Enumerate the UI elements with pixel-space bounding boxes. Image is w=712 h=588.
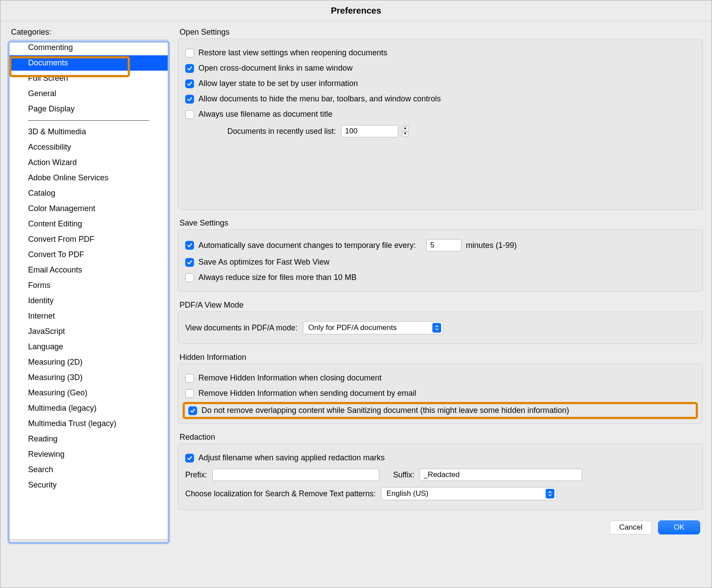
pdfa-title: PDF/A View Mode [178,301,703,310]
open-settings-title: Open Settings [178,28,703,37]
category-item[interactable]: Multimedia (legacy) [10,401,168,416]
localization-row: Choose localization for Search & Remove … [185,484,695,503]
cross-doc-links-row[interactable]: Open cross-document links in same window [185,61,695,76]
category-item[interactable]: Commenting [10,40,168,55]
remove-close-checkbox[interactable] [185,374,194,383]
stepper-up-icon[interactable]: ▲ [402,126,409,131]
category-item[interactable]: Content Editing [10,216,168,232]
hidden-info-section: Remove Hidden Information when closing d… [178,364,703,424]
hide-menu-label: Allow documents to hide the menu bar, to… [198,94,441,104]
autosave-label-pre: Automatically save document changes to t… [198,241,416,250]
category-item[interactable]: JavaScript [10,324,168,339]
category-item[interactable]: Identity [10,293,168,308]
prefix-suffix-row: Prefix: Suffix: [185,466,695,484]
category-item[interactable]: Internet [10,308,168,324]
no-remove-overlap-row[interactable]: Do not remove overlapping content while … [183,402,698,419]
category-item[interactable]: General [10,86,168,101]
category-item[interactable]: Convert To PDF [10,247,168,262]
category-item[interactable]: Reviewing [10,447,168,462]
autosave-label-post: minutes (1-99) [466,241,517,250]
category-item[interactable]: Forms [10,278,168,293]
categories-list[interactable]: CommentingDocumentsFull ScreenGeneralPag… [9,39,168,540]
category-item[interactable]: Accessibility [10,140,168,155]
category-item[interactable]: Adobe Online Services [10,170,168,186]
adjust-filename-checkbox[interactable] [185,454,194,463]
categories-label: Categories: [9,28,168,37]
reduce-size-label: Always reduce size for files more than 1… [198,273,356,282]
fast-web-checkbox[interactable] [185,258,194,267]
sidebar: Categories: CommentingDocumentsFull Scre… [9,28,168,540]
category-item[interactable]: Email Accounts [10,262,168,278]
prefix-input[interactable] [212,469,379,481]
remove-close-row[interactable]: Remove Hidden Information when closing d… [185,370,695,386]
hide-menu-checkbox[interactable] [185,95,194,104]
cross-doc-links-label: Open cross-document links in same window [198,64,352,73]
category-item[interactable]: Documents [10,55,168,71]
restore-last-view-checkbox[interactable] [185,49,194,57]
autosave-row[interactable]: Automatically save document changes to t… [185,236,695,255]
pdfa-mode-select[interactable]: Only for PDF/A documents [303,321,443,334]
localization-value: English (US) [387,489,428,498]
use-filename-checkbox[interactable] [185,110,194,119]
no-remove-overlap-checkbox[interactable] [188,406,197,415]
fast-web-row[interactable]: Save As optimizes for Fast Web View [185,255,695,270]
category-item[interactable]: Full Screen [10,71,168,86]
category-item[interactable]: Reading [10,431,168,447]
category-item[interactable]: Color Management [10,201,168,216]
no-remove-overlap-label: Do not remove overlapping content while … [201,406,569,415]
adjust-filename-label: Adjust filename when saving applied reda… [198,453,385,463]
category-item[interactable]: Measuring (3D) [10,370,168,385]
autosave-minutes-input[interactable] [426,239,461,251]
redaction-title: Redaction [178,433,703,442]
suffix-input[interactable] [420,469,582,481]
reduce-size-row[interactable]: Always reduce size for files more than 1… [185,270,695,285]
dialog-buttons: Cancel OK [178,520,700,534]
layer-state-row[interactable]: Allow layer state to be set by user info… [185,76,695,91]
restore-last-view-row[interactable]: Restore last view settings when reopenin… [185,45,695,61]
adjust-filename-row[interactable]: Adjust filename when saving applied reda… [185,450,695,466]
pdfa-mode-label: View documents in PDF/A mode: [185,323,298,333]
cancel-button[interactable]: Cancel [610,520,652,534]
remove-email-row[interactable]: Remove Hidden Information when sending d… [185,386,695,401]
hidden-info-title: Hidden Information [178,353,703,362]
pdfa-mode-row: View documents in PDF/A mode: Only for P… [185,318,695,337]
save-settings-section: Automatically save document changes to t… [178,229,703,292]
stepper-down-icon[interactable]: ▼ [402,132,409,137]
pdfa-mode-value: Only for PDF/A documents [309,323,397,332]
remove-email-label: Remove Hidden Information when sending d… [198,389,416,398]
recent-docs-label: Documents in recently used list: [227,127,336,136]
category-item[interactable]: Convert From PDF [10,232,168,247]
localization-select[interactable]: English (US) [381,487,557,500]
category-item[interactable]: Catalog [10,186,168,201]
category-item[interactable]: 3D & Multimedia [10,124,168,140]
fast-web-label: Save As optimizes for Fast Web View [198,258,329,267]
category-item[interactable]: Measuring (Geo) [10,385,168,401]
ok-button[interactable]: OK [658,520,700,534]
recent-docs-row: Documents in recently used list: ▲ ▼ [185,122,695,140]
save-settings-title: Save Settings [178,219,703,228]
redaction-section: Adjust filename when saving applied reda… [178,444,703,510]
reduce-size-checkbox[interactable] [185,273,194,282]
select-arrows-icon [546,489,554,498]
recent-docs-stepper[interactable]: ▲ ▼ [402,125,409,137]
localization-label: Choose localization for Search & Remove … [185,489,376,498]
preferences-window: Preferences Categories: CommentingDocume… [0,0,712,588]
category-item[interactable]: Security [10,477,168,493]
layer-state-checkbox[interactable] [185,79,194,88]
prefix-label: Prefix: [185,470,207,480]
category-item[interactable]: Measuring (2D) [10,355,168,370]
category-item[interactable]: Page Display [10,101,168,117]
use-filename-row[interactable]: Always use filename as document title [185,107,695,122]
remove-email-checkbox[interactable] [185,389,194,398]
autosave-checkbox[interactable] [185,241,194,250]
use-filename-label: Always use filename as document title [198,110,332,119]
category-item[interactable]: Action Wizard [10,155,168,170]
category-item[interactable]: Language [10,339,168,355]
category-item[interactable]: Multimedia Trust (legacy) [10,416,168,431]
hide-menu-row[interactable]: Allow documents to hide the menu bar, to… [185,91,695,107]
recent-docs-input[interactable] [341,125,398,137]
cross-doc-links-checkbox[interactable] [185,64,194,73]
content-area: Categories: CommentingDocumentsFull Scre… [0,22,712,549]
category-item[interactable]: Search [10,462,168,477]
window-title: Preferences [0,0,712,22]
